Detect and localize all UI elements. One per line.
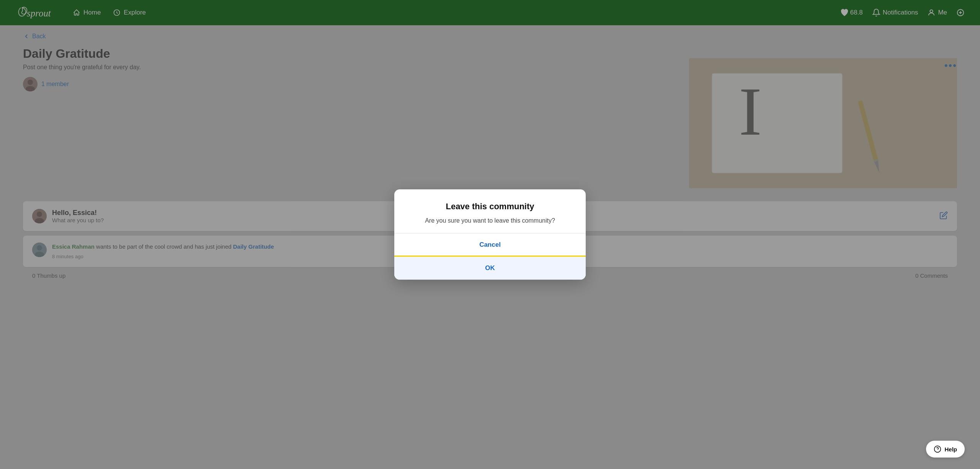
dialog-message: Are you sure you want to leave this comm… — [410, 216, 570, 225]
help-label: Help — [944, 446, 957, 453]
ok-button[interactable]: OK — [394, 257, 586, 280]
dialog-header: Leave this community Are you sure you wa… — [394, 189, 586, 233]
help-button[interactable]: Help — [926, 441, 965, 458]
leave-community-dialog: Leave this community Are you sure you wa… — [394, 189, 586, 280]
modal-overlay: Leave this community Are you sure you wa… — [0, 25, 980, 469]
help-icon — [934, 445, 941, 453]
cancel-button[interactable]: Cancel — [394, 233, 586, 257]
dialog-actions: Cancel OK — [394, 233, 586, 280]
dialog-title: Leave this community — [410, 202, 570, 212]
page-bg: Back Daily Gratitude Post one thing you'… — [0, 25, 980, 469]
